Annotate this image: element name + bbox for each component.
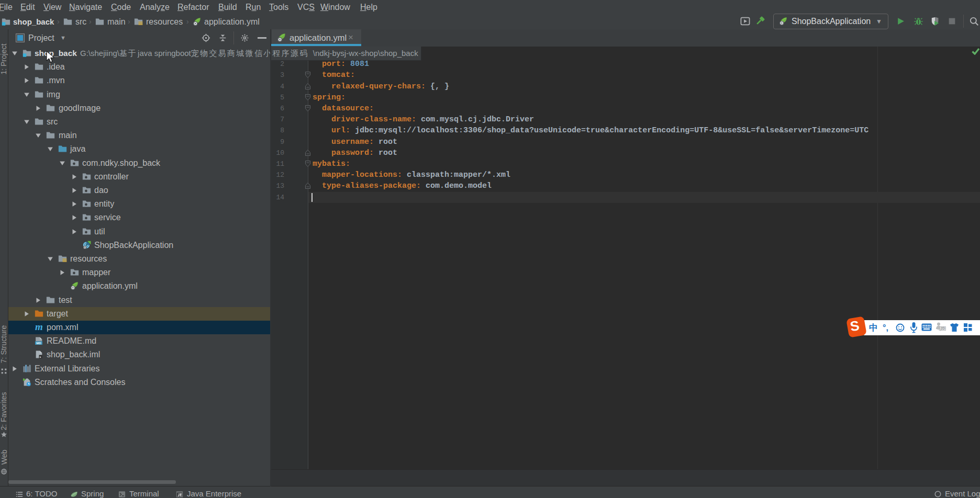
svg-text:2D: 2D: [941, 326, 945, 330]
